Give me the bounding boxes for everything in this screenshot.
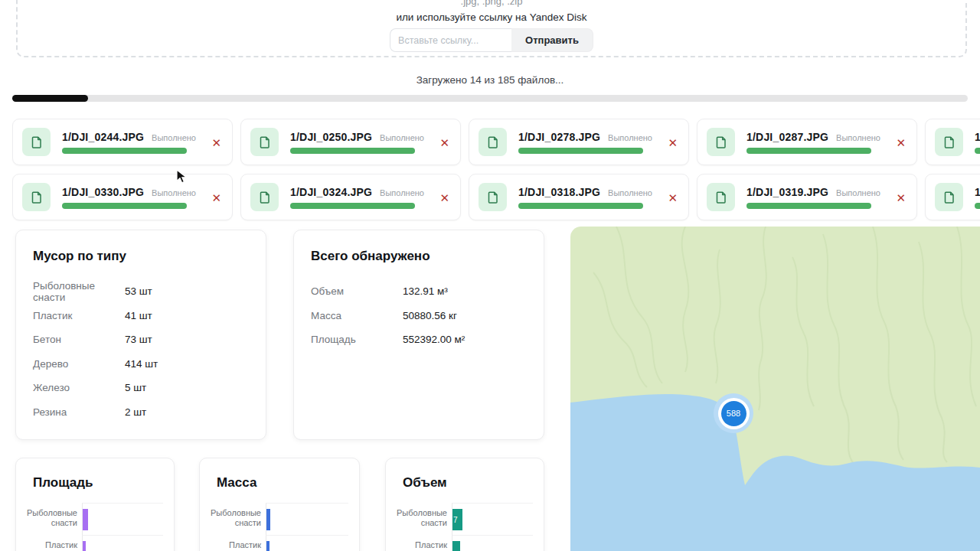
chart-bar: 7 — [452, 509, 462, 530]
file-progress-bar — [518, 148, 643, 154]
stat-label: Масса — [311, 310, 403, 321]
file-card-body: 1/DJI_0330.JPG Выполнено — [62, 186, 196, 209]
file-cards-row-1: 1/DJI_0244.JPG Выполнено ✕ 1/DJI_0250.JP… — [12, 119, 980, 165]
stat-value: 53 шт — [125, 285, 152, 297]
submit-link-button[interactable]: Отправить — [511, 28, 593, 52]
chart-row: Пластик — [25, 535, 163, 551]
file-name: 1/DJI_0319.JPG — [746, 186, 828, 198]
remove-file-button[interactable]: ✕ — [439, 191, 449, 203]
chart-category-label: Пластик — [25, 535, 77, 551]
file-progress-bar — [975, 148, 980, 154]
file-name: 1/DJI_0250.JPG — [290, 131, 372, 143]
file-icon-tile — [707, 183, 735, 211]
stat-row: Объем 132.91 м³ — [311, 279, 527, 304]
mouse-cursor-icon — [176, 169, 189, 184]
chart-bar — [266, 541, 270, 551]
document-icon — [714, 135, 729, 150]
trash-by-type-card: Мусор по типу Рыболовные снасти 53 шт Пл… — [15, 230, 266, 440]
stat-value: 5 шт — [125, 382, 146, 393]
file-status: Выполнено — [152, 188, 196, 197]
mass-chart-card: Масса Рыболовные снасти Пластик — [199, 458, 360, 551]
file-icon-tile — [707, 128, 735, 156]
document-icon — [257, 190, 273, 205]
volume-chart-rows: Рыболовные снасти 7 Пластик — [395, 503, 533, 551]
stat-value: 73 шт — [125, 334, 152, 345]
overall-progress-fill — [12, 95, 88, 102]
chart-row: Рыболовные снасти 7 — [395, 503, 533, 535]
map[interactable] — [570, 227, 980, 551]
remove-file-button[interactable]: ✕ — [211, 191, 221, 203]
file-icon-tile — [22, 183, 51, 211]
totals-card: Всего обнаружено Объем 132.91 м³ Масса 5… — [293, 230, 544, 440]
file-name: 1/DJI_0324.JPG — [290, 186, 372, 198]
cluster-ring: 588 — [718, 398, 750, 429]
file-icon-tile — [250, 183, 279, 211]
stat-label: Пластик — [33, 310, 125, 321]
document-icon — [257, 135, 273, 150]
chart-row: Рыболовные снасти — [25, 503, 163, 535]
trash-by-type-list: Рыболовные снасти 53 шт Пластик 41 шт Бе… — [33, 279, 249, 424]
file-icon-tile — [22, 128, 51, 156]
chart-row: Рыболовные снасти — [209, 503, 348, 535]
stat-label: Бетон — [33, 334, 125, 345]
file-card-body: 1/DJI_0324.JPG Выполнено — [290, 186, 424, 209]
file-upload-card: 1/DJI_0319.JPG Выполнено ✕ — [697, 174, 917, 220]
chart-category-label: Рыболовные снасти — [209, 503, 261, 535]
file-cards-row-2: 1/DJI_0330.JPG Выполнено ✕ 1/DJI_0324.JP… — [12, 174, 980, 220]
document-icon — [942, 190, 957, 205]
chart-category-label: Пластик — [395, 535, 447, 551]
remove-file-button[interactable]: ✕ — [211, 136, 221, 148]
area-chart-card: Площадь Рыболовные снасти Пластик — [15, 458, 175, 551]
stat-row: Железо 5 шт — [33, 376, 249, 400]
file-progress-bar — [62, 148, 187, 154]
file-card-body: 1/DJI_0278.JPG Выполнено — [518, 131, 652, 154]
file-upload-card: 1/DJI_0330.JPG Выполнено ✕ — [12, 174, 233, 220]
file-icon-tile — [935, 128, 963, 156]
file-progress-bar — [62, 203, 187, 209]
document-icon — [485, 190, 501, 205]
file-upload-card: 1/DJI_0324.JPG Выполнено ✕ — [240, 174, 461, 220]
remove-file-button[interactable]: ✕ — [896, 136, 906, 148]
remove-file-button[interactable]: ✕ — [668, 191, 678, 203]
file-name: 1/ — [975, 131, 980, 143]
link-input[interactable] — [390, 28, 511, 52]
file-progress-bar — [746, 203, 871, 209]
stat-value: 132.91 м³ — [403, 285, 448, 297]
file-progress-bar — [518, 203, 643, 209]
stat-row: Площадь 552392.00 м² — [311, 328, 527, 352]
remove-file-button[interactable]: ✕ — [439, 136, 449, 148]
document-icon — [714, 190, 729, 205]
chart-category-label: Рыболовные снасти — [395, 503, 447, 535]
file-progress-bar — [746, 148, 871, 154]
document-icon — [485, 135, 501, 150]
chart-category-label: Рыболовные снасти — [25, 503, 77, 535]
stat-label: Дерево — [33, 358, 125, 370]
area-chart-title: Площадь — [33, 475, 163, 491]
upload-dropzone[interactable]: .jpg, .png, .zip или используйте ссылку … — [16, 0, 967, 57]
file-name: 1/DJI_0318.JPG — [518, 186, 600, 198]
file-status: Выполнено — [608, 188, 652, 197]
file-upload-card: 1/DJI_0318.JPG Выполнено ✕ — [469, 174, 689, 220]
stat-row: Масса 50880.56 кг — [311, 304, 527, 328]
document-icon — [29, 190, 44, 205]
file-card-body: 1/DJI_0319.JPG Выполнено — [746, 186, 880, 209]
chart-bar — [83, 541, 86, 551]
chart-row: Пластик — [395, 535, 533, 551]
file-icon-tile — [479, 183, 507, 211]
chart-plot-area — [452, 535, 533, 551]
file-card-body: 1/DJI_0250.JPG Выполнено — [290, 131, 424, 154]
cluster-count: 588 — [721, 401, 746, 426]
file-card-body: 1/DJI_0287.JPG Выполнено — [746, 131, 880, 154]
file-status: Выполнено — [608, 133, 652, 142]
map-cluster-marker[interactable]: 588 — [714, 393, 753, 433]
mass-chart-title: Масса — [217, 475, 348, 491]
file-name: 1/DJI_0287.JPG — [746, 131, 828, 143]
file-name: 1/DJI_0244.JPG — [62, 131, 144, 143]
file-name: 1/DJI_0330.JPG — [62, 186, 144, 198]
stat-value: 2 шт — [125, 406, 146, 418]
remove-file-button[interactable]: ✕ — [668, 136, 678, 148]
file-upload-card: 1/DJI_0244.JPG Выполнено ✕ — [12, 119, 233, 165]
chart-plot-area — [82, 503, 163, 535]
file-upload-card: 1/DJI_0250.JPG Выполнено ✕ — [240, 119, 461, 165]
remove-file-button[interactable]: ✕ — [896, 191, 906, 203]
